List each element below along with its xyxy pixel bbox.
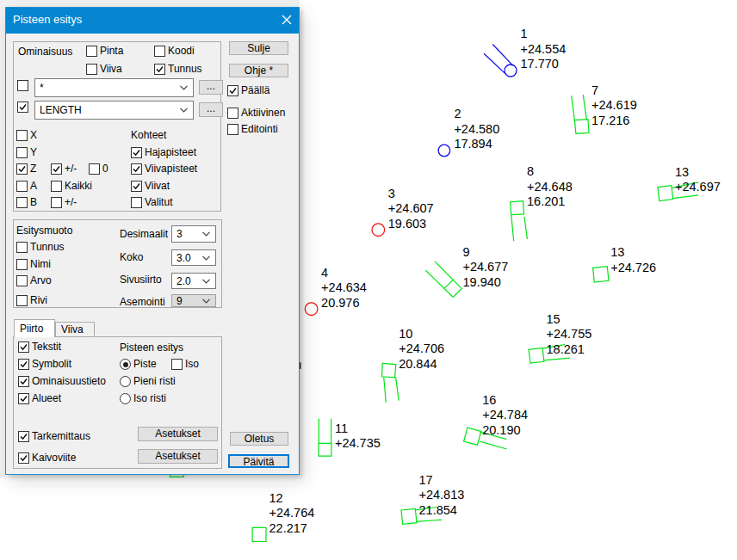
svg-text:9: 9 [463, 245, 470, 259]
svg-text:18.261: 18.261 [547, 342, 585, 356]
svg-text:11: 11 [335, 422, 348, 435]
svg-text:+24.697: +24.697 [675, 180, 721, 194]
svg-text:20.190: 20.190 [482, 423, 520, 437]
svg-text:16.201: 16.201 [527, 194, 565, 208]
svg-text:20.976: 20.976 [321, 296, 359, 310]
svg-text:17.216: 17.216 [591, 114, 629, 127]
svg-text:15: 15 [547, 312, 560, 326]
svg-text:12: 12 [269, 491, 283, 505]
svg-text:+24.764: +24.764 [269, 506, 315, 520]
svg-text:+24.706: +24.706 [399, 342, 444, 355]
svg-text:13: 13 [610, 245, 624, 259]
svg-text:+24.813: +24.813 [419, 488, 465, 502]
svg-text:+24.784: +24.784 [482, 408, 528, 422]
svg-text:10: 10 [399, 327, 412, 341]
svg-text:+24.619: +24.619 [591, 98, 637, 112]
svg-text:17.770: 17.770 [521, 57, 559, 71]
svg-text:+24.580: +24.580 [454, 122, 499, 136]
svg-text:+24.755: +24.755 [547, 327, 592, 341]
svg-text:21.854: 21.854 [419, 503, 457, 517]
svg-text:+24.677: +24.677 [463, 260, 509, 274]
svg-text:17.894: 17.894 [454, 137, 492, 151]
svg-text:+24.735: +24.735 [335, 436, 381, 450]
svg-text:4: 4 [321, 266, 328, 280]
svg-text:+24.634: +24.634 [321, 280, 367, 294]
svg-text:+24.726: +24.726 [610, 261, 656, 274]
svg-text:+24.607: +24.607 [388, 201, 434, 215]
svg-text:2: 2 [454, 107, 461, 120]
svg-text:+24.554: +24.554 [521, 42, 567, 56]
svg-text:20.844: 20.844 [399, 357, 437, 371]
svg-text:19.603: 19.603 [388, 217, 426, 231]
svg-text:1: 1 [521, 27, 528, 40]
svg-text:7: 7 [591, 83, 598, 97]
svg-text:3: 3 [388, 187, 395, 200]
svg-text:22.217: 22.217 [269, 521, 307, 535]
svg-text:19.940: 19.940 [463, 275, 501, 289]
svg-text:13: 13 [675, 165, 689, 179]
svg-text:17: 17 [419, 473, 433, 487]
svg-text:16: 16 [482, 393, 496, 407]
svg-text:8: 8 [527, 164, 534, 178]
svg-text:+24.648: +24.648 [527, 180, 573, 194]
